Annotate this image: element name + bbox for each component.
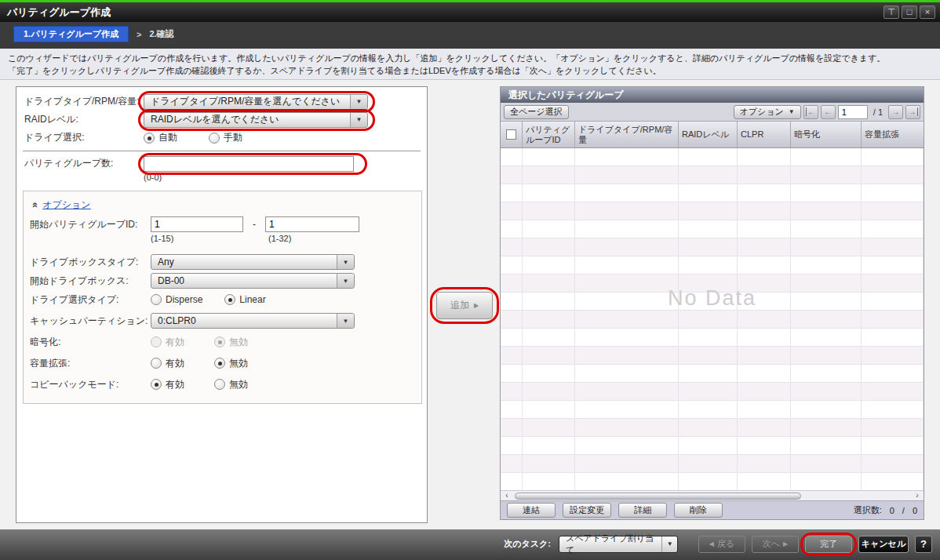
description-line-2: 「完了」をクリックしパリティグループ作成の確認後終了するか、スペアドライブを割り… — [8, 64, 932, 77]
radio-selected-icon — [144, 133, 155, 144]
parity-group-count-input[interactable] — [144, 156, 354, 172]
table-row — [501, 202, 924, 220]
chevron-down-icon[interactable]: ▼ — [337, 314, 354, 328]
drive-box-type-select[interactable]: Any ▼ — [151, 254, 355, 270]
page-total-label: / 1 — [873, 107, 883, 117]
change-settings-button[interactable]: 設定変更 — [563, 503, 611, 518]
breadcrumb-separator: > — [137, 30, 141, 39]
radio-selected-icon — [224, 294, 235, 305]
capacity-expansion-enable-radio[interactable]: 有効 — [151, 357, 184, 370]
table-row — [501, 419, 924, 437]
table-toolbar: 全ページ選択 オプション ▼ ← ← / 1 → → — [501, 103, 924, 122]
start-parity-group-id-label: 開始パリティグループID: — [30, 218, 151, 231]
panel-title: 選択したパリティグループ — [501, 87, 924, 103]
next-button[interactable]: 次へ ▶ — [752, 536, 799, 553]
options-toggle-link[interactable]: オプション — [42, 198, 90, 212]
start-parity-group-id-to-input[interactable] — [265, 216, 359, 232]
table-body: No Data — [501, 148, 924, 490]
selected-parity-groups-panel: 選択したパリティグループ 全ページ選択 オプション ▼ ← ← / 1 → → — [500, 86, 924, 520]
scroll-left-icon[interactable]: ‹ — [503, 492, 511, 500]
selected-count: 選択数: 0 / 0 — [854, 504, 917, 516]
table-row — [501, 166, 924, 184]
delete-button[interactable]: 削除 — [674, 503, 723, 518]
last-page-button[interactable]: → — [905, 105, 920, 119]
table-row — [501, 311, 924, 329]
detail-button[interactable]: 詳細 — [618, 503, 667, 518]
table-row — [501, 148, 924, 166]
no-data-placeholder: No Data — [501, 286, 924, 311]
column-header-drive-type[interactable]: ドライブタイプ/RPM/容量 — [575, 122, 679, 147]
radio-icon — [151, 336, 162, 347]
drive-selection-type-linear-radio[interactable]: Linear — [224, 294, 265, 305]
column-header-encryption[interactable]: 暗号化 — [791, 122, 862, 147]
first-page-button[interactable]: ← — [803, 105, 818, 119]
table-row — [501, 473, 924, 490]
table-row — [501, 329, 924, 347]
next-task-select[interactable]: スペアドライブ割り当て ▼ — [559, 536, 678, 553]
radio-icon — [214, 379, 225, 390]
radio-icon — [151, 294, 162, 305]
raid-level-label: RAIDレベル: — [24, 113, 144, 126]
drive-selection-auto-radio[interactable]: 自動 — [144, 131, 177, 144]
column-header-clpr[interactable]: CLPR — [738, 122, 791, 147]
chevron-down-icon[interactable]: ▼ — [350, 113, 367, 127]
maximize-window-icon[interactable]: □ — [902, 5, 917, 19]
encryption-label: 暗号化: — [30, 336, 151, 349]
scrollbar-track[interactable] — [513, 493, 911, 500]
next-arrow-icon: ▶ — [783, 540, 788, 547]
start-parity-group-id-from-input[interactable] — [151, 216, 243, 232]
table-header-row: パリティグループID ドライブタイプ/RPM/容量 RAIDレベル CLPR 暗… — [501, 122, 924, 148]
next-page-button[interactable]: → — [888, 105, 903, 119]
radio-selected-icon — [214, 358, 225, 369]
step-2: 2.確認 — [149, 28, 173, 40]
chevron-down-icon[interactable]: ▼ — [337, 274, 354, 288]
scrollbar-thumb[interactable] — [515, 493, 801, 500]
wizard-description: このウィザードではパリティグループの作成を行います。作成したいパリティグループの… — [0, 49, 940, 80]
divider — [23, 151, 421, 151]
column-header-capacity-expansion[interactable]: 容量拡張 — [862, 122, 924, 147]
table-row — [501, 365, 924, 383]
cancel-button[interactable]: キャンセル — [858, 536, 909, 553]
column-header-parity-group-id[interactable]: パリティグループID — [523, 122, 575, 147]
chevron-down-icon[interactable]: ▼ — [337, 255, 354, 269]
drive-selection-type-disperse-radio[interactable]: Disperse — [151, 294, 202, 305]
radio-icon — [209, 133, 220, 144]
table-row — [501, 437, 924, 455]
capacity-expansion-disable-radio[interactable]: 無効 — [214, 357, 248, 370]
select-all-checkbox[interactable] — [506, 129, 516, 140]
start-drive-box-select[interactable]: DB-00 ▼ — [151, 273, 355, 289]
scroll-right-icon[interactable]: › — [913, 492, 921, 500]
column-header-raid-level[interactable]: RAIDレベル — [679, 122, 738, 147]
encryption-disable-radio: 無効 — [214, 336, 248, 349]
previous-page-button[interactable]: ← — [821, 105, 836, 119]
cache-partition-select[interactable]: 0:CLPR0 ▼ — [151, 313, 355, 329]
wizard-window: パリティグループ作成 ⊤ □ × 1.パリティグループ作成 > 2.確認 このウ… — [0, 0, 940, 560]
drive-type-select[interactable]: ドライブタイプ/RPM/容量を選んでください ▼ — [144, 94, 368, 110]
rollup-window-icon[interactable]: ⊤ — [884, 5, 899, 19]
collapse-chevron-icon[interactable]: » — [28, 202, 40, 207]
copy-back-mode-enable-radio[interactable]: 有効 — [151, 378, 184, 391]
step-1-active: 1.パリティグループ作成 — [13, 26, 129, 42]
wizard-steps-bar: 1.パリティグループ作成 > 2.確認 — [0, 22, 940, 49]
page-number-input[interactable] — [838, 105, 868, 119]
concatenate-button[interactable]: 連結 — [507, 503, 556, 518]
chevron-down-icon: ▼ — [789, 108, 795, 115]
back-button[interactable]: ◀ 戻る — [698, 536, 745, 553]
raid-level-select[interactable]: RAIDレベルを選んでください ▼ — [144, 112, 368, 128]
drive-selection-manual-radio[interactable]: 手動 — [209, 131, 242, 144]
next-task-label: 次のタスク: — [504, 538, 551, 550]
finish-button[interactable]: 完了 — [805, 536, 852, 553]
horizontal-scrollbar: ‹ › — [501, 490, 924, 500]
copy-back-mode-disable-radio[interactable]: 無効 — [214, 378, 248, 391]
parity-group-count-hint: (0-0) — [144, 173, 427, 184]
close-window-icon[interactable]: × — [920, 5, 935, 19]
window-title: パリティグループ作成 — [7, 5, 111, 20]
select-all-pages-button[interactable]: 全ページ選択 — [504, 105, 569, 119]
add-button[interactable]: 追加 ▶ — [436, 292, 493, 319]
radio-icon — [151, 358, 162, 369]
table-options-button[interactable]: オプション ▼ — [734, 105, 801, 119]
chevron-down-icon[interactable]: ▼ — [350, 95, 367, 109]
cache-partition-label: キャッシュパーティション: — [30, 315, 151, 328]
table-row — [501, 347, 924, 365]
help-button[interactable]: ? — [915, 536, 932, 553]
